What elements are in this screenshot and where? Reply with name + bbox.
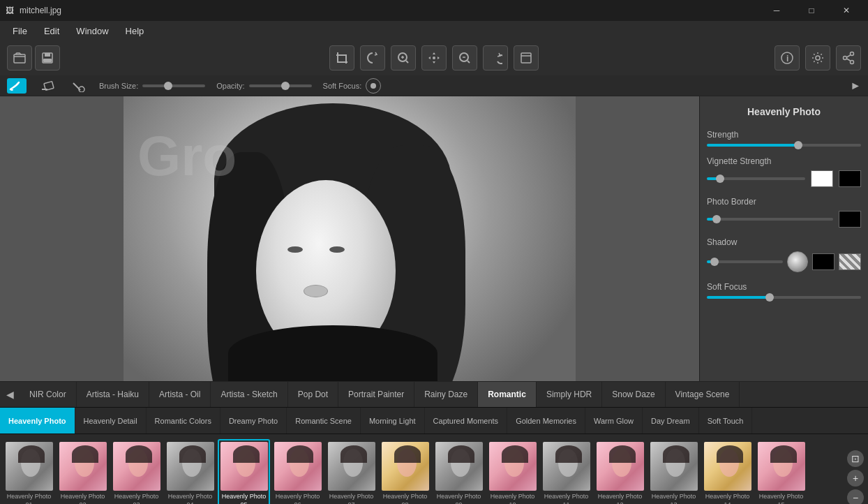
redo-button[interactable] xyxy=(483,45,508,71)
thumbnail-item-3[interactable]: Heavenly Photo 03 xyxy=(110,439,163,504)
thumbnail-item-2[interactable]: Heavenly Photo 02 xyxy=(57,439,109,504)
pan-button[interactable] xyxy=(421,45,447,71)
filter-tab-artista-sketch[interactable]: Artista - Sketch xyxy=(211,382,287,407)
thumbnail-zoom-out-button[interactable]: − xyxy=(847,489,864,504)
vignette-black-swatch[interactable] xyxy=(839,170,861,187)
minimize-button[interactable]: ─ xyxy=(761,0,793,21)
preset-tab-day-dream[interactable]: Day Dream xyxy=(643,408,699,433)
thumbnail-item-11[interactable]: Heavenly Photo 11 xyxy=(540,439,592,504)
filter-tab-vintage-scene[interactable]: Vintage Scene xyxy=(666,382,740,407)
thumbnail-image-7 xyxy=(328,442,375,491)
thumbnail-item-15[interactable]: Heavenly Photo 15 xyxy=(755,439,807,504)
thumbnail-label-13: Heavenly Photo 13 xyxy=(650,493,697,504)
thumbnail-item-6[interactable]: Heavenly Photo 06 xyxy=(271,439,324,504)
fullscreen-button[interactable] xyxy=(514,45,539,71)
preset-tab-romantic-colors[interactable]: Romantic Colors xyxy=(147,408,220,433)
filter-tab-pop-dot[interactable]: Pop Dot xyxy=(288,382,338,407)
menu-edit[interactable]: Edit xyxy=(37,23,66,39)
thumbnail-item-14[interactable]: Heavenly Photo 14 xyxy=(701,439,754,504)
thumbnail-item-13[interactable]: Heavenly Photo 13 xyxy=(648,439,700,504)
share-button[interactable] xyxy=(836,45,861,71)
svg-rect-2 xyxy=(45,53,50,57)
filter-tab-nir-color[interactable]: NIR Color xyxy=(20,382,77,407)
filter-tab-artista-oil[interactable]: Artista - Oil xyxy=(149,382,211,407)
soft-focus-slider[interactable] xyxy=(707,296,861,299)
thumbnail-image-5 xyxy=(220,442,268,491)
thumbnail-label-7: Heavenly Photo 07 xyxy=(328,493,375,504)
strength-slider[interactable] xyxy=(707,144,861,147)
preset-tab-captured-moments[interactable]: Captured Moments xyxy=(425,408,508,433)
preset-tab-soft-touch[interactable]: Soft Touch xyxy=(699,408,753,433)
vignette-white-swatch[interactable] xyxy=(811,170,833,187)
thumbnail-item-10[interactable]: Heavenly Photo 10 xyxy=(486,439,539,504)
border-black-swatch[interactable] xyxy=(839,211,861,228)
opacity-label: Opacity: xyxy=(216,82,244,90)
brush-tool-1[interactable] xyxy=(7,78,27,94)
toolbar-left xyxy=(7,45,60,71)
crop-button[interactable] xyxy=(329,45,354,71)
thumbnail-label-5: Heavenly Photo 05 xyxy=(220,493,267,504)
filter-tab-snow-daze[interactable]: Snow Daze xyxy=(602,382,665,407)
thumbnail-item-8[interactable]: Heavenly Photo 08 xyxy=(379,439,431,504)
preset-tab-dreamy-photo[interactable]: Dreamy Photo xyxy=(220,408,287,433)
filter-tabs-left-button[interactable]: ◀ xyxy=(0,381,20,408)
gear-icon xyxy=(811,51,825,65)
menu-help[interactable]: Help xyxy=(119,23,151,39)
thumbnail-item-4[interactable]: Heavenly Photo 04 xyxy=(164,439,216,504)
photo-border-label: Photo Border xyxy=(707,197,861,207)
shadow-checker-swatch[interactable] xyxy=(839,253,861,270)
thumbnail-image-6 xyxy=(274,442,322,491)
filter-tab-simply-hdr[interactable]: Simply HDR xyxy=(537,382,602,407)
preset-tab-romantic-scene[interactable]: Romantic Scene xyxy=(287,408,361,433)
thumbnail-item-7[interactable]: Heavenly Photo 07 xyxy=(325,439,377,504)
brush-size-control: Brush Size: xyxy=(99,82,205,90)
thumbnail-label-9: Heavenly Photo 09 xyxy=(435,493,482,504)
zoom-out-button[interactable] xyxy=(452,45,477,71)
title-bar-left: 🖼 mitchell.jpg xyxy=(6,6,61,15)
brush-size-slider[interactable] xyxy=(142,84,205,87)
thumbnail-item-5[interactable]: Heavenly Photo 05 xyxy=(218,439,270,504)
maximize-button[interactable]: □ xyxy=(795,0,828,21)
svg-rect-3 xyxy=(43,59,52,62)
filter-tab-romantic[interactable]: Romantic xyxy=(478,382,537,407)
open-button[interactable] xyxy=(7,45,32,71)
settings-button[interactable] xyxy=(805,45,830,71)
thumbnail-item-12[interactable]: Heavenly Photo 12 xyxy=(594,439,646,504)
preset-tab-golden-memories[interactable]: Golden Memories xyxy=(507,408,585,433)
svg-rect-0 xyxy=(14,54,25,63)
shadow-controls xyxy=(707,251,861,272)
filter-tab-rainy-daze[interactable]: Rainy Daze xyxy=(414,382,478,407)
preset-tab-warm-glow[interactable]: Warm Glow xyxy=(585,408,643,433)
shadow-label: Shadow xyxy=(707,237,861,247)
preset-tab-heavenly-detail[interactable]: Heavenly Detail xyxy=(75,408,147,433)
preset-tab-morning-light[interactable]: Morning Light xyxy=(361,408,425,433)
thumbnail-item-9[interactable]: Heavenly Photo 09 xyxy=(433,439,485,504)
menu-window[interactable]: Window xyxy=(69,23,115,39)
thumbnail-image-14 xyxy=(704,442,751,491)
thumbnail-label-6: Heavenly Photo 06 xyxy=(274,493,321,504)
open-icon xyxy=(13,51,27,65)
zoom-in-button[interactable] xyxy=(391,45,416,71)
filter-tab-artista-haiku[interactable]: Artista - Haiku xyxy=(77,382,149,407)
menu-file[interactable]: File xyxy=(6,23,34,39)
filter-tab-portrait-painter[interactable]: Portrait Painter xyxy=(338,382,414,407)
save-button[interactable] xyxy=(35,45,60,71)
shadow-black-swatch[interactable] xyxy=(812,253,835,270)
window-title: mitchell.jpg xyxy=(20,6,61,15)
rotate-button[interactable] xyxy=(360,45,385,71)
info-button[interactable]: i xyxy=(775,45,800,71)
title-bar-controls[interactable]: ─ □ ✕ xyxy=(761,0,862,21)
vignette-slider[interactable] xyxy=(707,177,805,180)
brush-tool-3[interactable] xyxy=(68,78,88,94)
photo-border-slider[interactable] xyxy=(707,218,833,221)
opacity-slider[interactable] xyxy=(249,84,312,87)
preset-tab-heavenly-photo[interactable]: Heavenly Photo xyxy=(0,408,75,433)
close-button[interactable]: ✕ xyxy=(830,0,862,21)
thumbnail-item-1[interactable]: Heavenly Photo 01 xyxy=(3,439,55,504)
brush-tool-2[interactable] xyxy=(38,78,57,94)
shadow-slider[interactable] xyxy=(707,260,783,263)
thumbnail-zoom-in-button[interactable]: + xyxy=(847,470,864,487)
scroll-right-button[interactable]: ► xyxy=(850,80,861,92)
thumbnail-fit-button[interactable]: ⊡ xyxy=(847,450,864,467)
svg-point-12 xyxy=(851,52,854,56)
